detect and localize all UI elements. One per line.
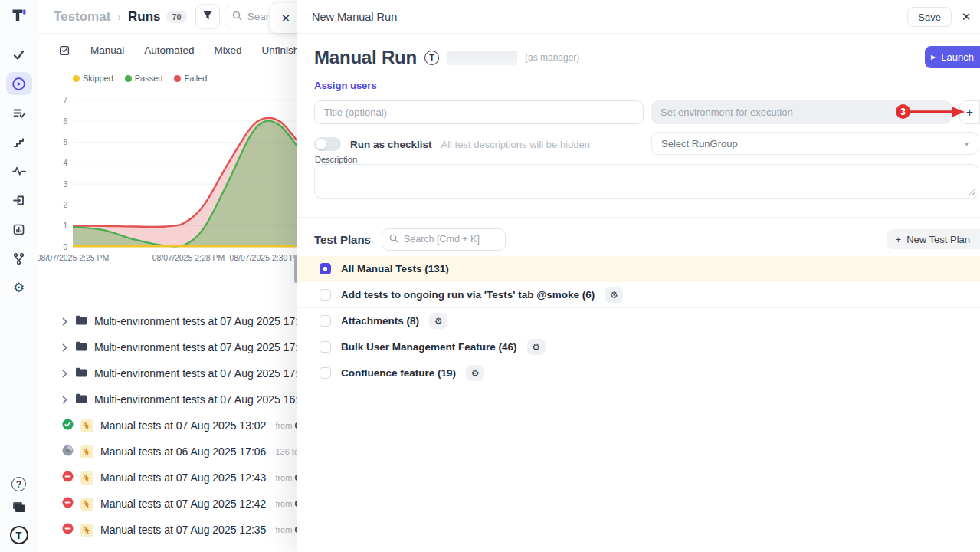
manual-run-icon: [80, 445, 93, 458]
test-plan-row[interactable]: All Manual Tests (131): [297, 256, 980, 282]
checkbox-unchecked[interactable]: [320, 341, 331, 353]
area-chart: 0123456708/07/2025 2:25 PM08/07/2025 2:2…: [38, 84, 299, 270]
branches-icon[interactable]: [6, 247, 32, 270]
test-plan-row[interactable]: Bulk User Management Feature (46)⚙: [297, 334, 980, 360]
chevron-right-icon[interactable]: [62, 370, 68, 378]
help-icon[interactable]: ?: [11, 477, 26, 491]
milestones-steps-icon[interactable]: [6, 130, 32, 153]
launch-button[interactable]: ▶ Launch: [925, 46, 980, 68]
test-plan-row[interactable]: Attachments (8)⚙: [297, 308, 980, 334]
manual-run-icon: [80, 419, 93, 432]
tab-automated[interactable]: Automated: [144, 44, 194, 56]
test-plans-list-icon[interactable]: [6, 101, 32, 124]
legend-failed[interactable]: Failed: [174, 74, 207, 83]
run-title: Manual tests at 07 Aug 2025 12:35: [100, 524, 266, 536]
chevron-right-icon[interactable]: [62, 317, 68, 326]
multi-select-icon[interactable]: [59, 44, 70, 56]
status-in-progress-icon: [62, 445, 74, 458]
checkbox-unchecked[interactable]: [320, 289, 331, 301]
description-textarea[interactable]: [315, 165, 978, 198]
description-field: [314, 164, 978, 199]
runs-play-icon[interactable]: [6, 72, 32, 95]
filter-button[interactable]: [195, 4, 220, 29]
gear-icon: ⚙: [532, 342, 540, 353]
test-plan-row[interactable]: Confluence feature (19)⚙: [297, 360, 980, 386]
test-plan-label: All Manual Tests (131): [341, 263, 449, 274]
funnel-icon: [202, 10, 213, 23]
plus-icon: +: [896, 234, 902, 245]
tab-manual[interactable]: Manual: [90, 44, 124, 56]
checkbox-unchecked[interactable]: [320, 315, 331, 327]
chevron-right-icon[interactable]: [62, 396, 68, 404]
tab-mixed[interactable]: Mixed: [215, 44, 242, 56]
save-button[interactable]: Save: [907, 7, 952, 27]
analytics-report-icon[interactable]: [6, 218, 32, 241]
run-as-checklist-toggle[interactable]: [314, 137, 341, 151]
breadcrumb-app[interactable]: Testomat: [54, 9, 110, 25]
checklist-toggle-row: Run as checklist All test descriptions w…: [314, 137, 590, 151]
svg-text:08/07/2025 2:25 PM: 08/07/2025 2:25 PM: [38, 253, 109, 262]
run-title: Manual tests at 07 Aug 2025 12:43: [100, 472, 266, 484]
test-plans-list: All Manual Tests (131)Add tests to ongoi…: [297, 256, 980, 386]
status-failed-icon: [62, 497, 74, 511]
test-plan-label: Bulk User Management Feature (46): [341, 341, 517, 353]
search-icon: [232, 10, 242, 24]
legend-skipped[interactable]: Skipped: [73, 74, 113, 83]
run-title: Multi-environment tests at 07 Aug 2025 1…: [94, 367, 310, 380]
svg-text:2: 2: [63, 201, 67, 209]
failed-dot-icon: [174, 75, 181, 82]
app-logo-icon[interactable]: [11, 7, 28, 27]
panel-header: New Manual Run Save ✕: [297, 0, 980, 34]
gear-icon: ⚙: [471, 368, 480, 379]
projects-folders-icon[interactable]: [11, 501, 26, 517]
checkbox-checked[interactable]: [320, 263, 331, 274]
svg-text:3: 3: [63, 180, 67, 189]
run-title: Multi-environment tests at 07 Aug 2025 1…: [94, 315, 310, 327]
rungroup-select[interactable]: Select RunGroup ▾: [651, 132, 978, 155]
folder-icon: [75, 367, 87, 380]
test-plan-label: Add tests to ongoing run via 'Tests' tab…: [341, 289, 595, 301]
test-plan-label: Confluence feature (19): [341, 367, 456, 379]
run-title: Multi-environment tests at 07 Aug 2025 1…: [94, 341, 310, 353]
assign-users-link[interactable]: Assign users: [314, 80, 377, 91]
annotation-step-badge: 3: [896, 104, 910, 119]
svg-text:0: 0: [63, 243, 67, 251]
pulse-activity-icon[interactable]: [6, 159, 32, 182]
svg-text:7: 7: [63, 96, 67, 104]
resize-handle-icon[interactable]: [969, 189, 975, 196]
run-heading: Manual Run: [314, 47, 417, 68]
status-passed-icon: [62, 419, 74, 432]
plus-icon: +: [966, 106, 973, 119]
test-plans-header: Test Plans + New Test Plan: [314, 226, 980, 252]
runs-count-badge: 70: [166, 11, 186, 23]
test-plan-settings-button[interactable]: ⚙: [429, 313, 447, 329]
test-plan-settings-button[interactable]: ⚙: [466, 365, 484, 381]
run-title: Multi-environment tests at 07 Aug 2025 1…: [94, 393, 310, 406]
test-plan-settings-button[interactable]: ⚙: [605, 287, 623, 303]
passed-dot-icon: [125, 75, 132, 82]
search-icon: [389, 232, 398, 246]
run-heading-row: Manual Run T (as manager): [314, 47, 980, 68]
chevron-right-icon[interactable]: [62, 343, 68, 352]
tests-check-icon[interactable]: [6, 43, 32, 66]
legend-passed[interactable]: Passed: [125, 74, 163, 83]
status-failed-icon: [62, 471, 74, 485]
import-icon[interactable]: [6, 189, 32, 212]
manual-run-icon: [80, 472, 93, 485]
chevron-down-icon: ▾: [965, 140, 969, 148]
close-panel-button[interactable]: ✕: [958, 8, 975, 25]
runs-trend-chart: Skipped Passed Failed 0123456708/07/2025…: [38, 67, 299, 270]
checkbox-unchecked[interactable]: [320, 367, 331, 379]
account-logo-icon[interactable]: T: [10, 526, 28, 544]
test-plans-search[interactable]: [382, 228, 506, 251]
close-icon: ✕: [962, 10, 972, 24]
checklist-hint: All test descriptions will be hidden: [441, 139, 590, 150]
test-plan-settings-button[interactable]: ⚙: [527, 339, 546, 355]
run-title-input[interactable]: [314, 100, 644, 124]
settings-gear-icon[interactable]: ⚙: [6, 276, 32, 299]
panel-title: New Manual Run: [312, 11, 397, 23]
test-plans-search-input[interactable]: [404, 234, 494, 245]
new-test-plan-button[interactable]: + New Test Plan: [887, 229, 980, 249]
rungroup-placeholder: Select RunGroup: [661, 138, 738, 150]
test-plan-row[interactable]: Add tests to ongoing run via 'Tests' tab…: [297, 282, 980, 308]
